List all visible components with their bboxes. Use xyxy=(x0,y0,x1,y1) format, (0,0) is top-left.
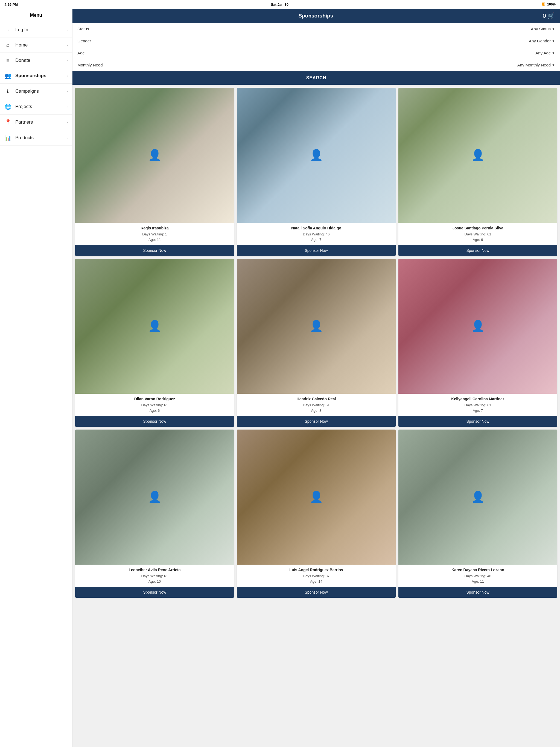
sidebar-label-sponsorships: Sponsorships xyxy=(15,73,62,78)
card-body-1: Regis Irasubiza Days Waiting: 1 Age: 11 xyxy=(75,223,234,242)
chevron-icon-campaigns: › xyxy=(67,89,68,94)
child-name-6: Kellyangeli Carolina Martinez xyxy=(401,396,555,402)
child-days-waiting-7: Days Waiting: 61 xyxy=(78,573,231,579)
child-age-7: Age: 10 xyxy=(78,579,231,584)
card-body-6: Kellyangeli Carolina Martinez Days Waiti… xyxy=(399,394,557,413)
child-name-4: Dilan Varon Rodriguez xyxy=(78,396,231,402)
sponsor-button-7[interactable]: Sponsor Now xyxy=(75,587,234,598)
photo-placeholder-4: 👤 xyxy=(75,259,234,394)
sidebar-item-sponsorships[interactable]: 👥 Sponsorships › xyxy=(0,68,72,84)
sponsor-button-2[interactable]: Sponsor Now xyxy=(237,245,396,256)
sidebar-item-projects[interactable]: 🌐 Projects › xyxy=(0,99,72,114)
photo-placeholder-6: 👤 xyxy=(399,259,557,394)
child-age-4: Age: 6 xyxy=(78,408,231,413)
sponsor-button-1[interactable]: Sponsor Now xyxy=(75,245,234,256)
child-name-1: Regis Irasubiza xyxy=(78,226,231,231)
child-photo-4: 👤 xyxy=(75,259,234,394)
cart-button[interactable]: 0 🛒 xyxy=(543,12,555,19)
sponsor-button-6[interactable]: Sponsor Now xyxy=(399,416,557,427)
login-icon: → xyxy=(4,27,11,33)
photo-placeholder-5: 👤 xyxy=(237,259,396,394)
sidebar-item-donate[interactable]: ≡ Donate › xyxy=(0,53,72,68)
products-icon: 📊 xyxy=(4,134,11,141)
sidebar-label-campaigns: Campaigns xyxy=(15,88,62,94)
filter-status[interactable]: Status Any Status ▼ xyxy=(73,23,560,35)
sidebar-label-partners: Partners xyxy=(15,120,62,125)
cart-icon-symbol: 🛒 xyxy=(547,12,555,19)
child-days-waiting-6: Days Waiting: 61 xyxy=(401,403,555,408)
child-age-5: Age: 8 xyxy=(239,408,393,413)
photo-placeholder-2: 👤 xyxy=(237,88,396,223)
donate-icon: ≡ xyxy=(4,57,11,63)
search-button[interactable]: SEARCH xyxy=(73,71,560,85)
sidebar-label-login: Log In xyxy=(15,27,62,32)
child-days-waiting-8: Days Waiting: 37 xyxy=(239,573,393,579)
sidebar-item-products[interactable]: 📊 Products › xyxy=(0,130,72,146)
sidebar-item-partners[interactable]: 📍 Partners › xyxy=(0,114,72,130)
child-days-waiting-3: Days Waiting: 61 xyxy=(401,232,555,237)
dropdown-arrow-gender: ▼ xyxy=(552,39,555,43)
child-photo-8: 👤 xyxy=(237,430,396,565)
child-photo-3: 👤 xyxy=(399,88,557,223)
child-days-waiting-5: Days Waiting: 61 xyxy=(239,403,393,408)
chevron-icon-partners: › xyxy=(67,120,68,124)
filter-age[interactable]: Age Any Age ▼ xyxy=(73,47,560,59)
child-age-6: Age: 7 xyxy=(401,408,555,413)
children-grid: 👤 Regis Irasubiza Days Waiting: 1 Age: 1… xyxy=(75,88,557,598)
sidebar-label-home: Home xyxy=(15,42,62,48)
chevron-icon-login: › xyxy=(67,28,68,32)
card-body-2: Natali Sofia Angulo Hidalgo Days Waiting… xyxy=(237,223,396,242)
children-grid-area: 👤 Regis Irasubiza Days Waiting: 1 Age: 1… xyxy=(73,85,560,747)
filter-value-gender: Any Gender ▼ xyxy=(529,38,555,43)
child-age-8: Age: 14 xyxy=(239,579,393,584)
child-photo-9: 👤 xyxy=(399,430,557,565)
filter-value-status: Any Status ▼ xyxy=(531,27,555,31)
filter-label-gender: Gender xyxy=(77,38,91,43)
sponsor-button-3[interactable]: Sponsor Now xyxy=(399,245,557,256)
sidebar-item-login[interactable]: → Log In › xyxy=(0,22,72,37)
sponsor-button-9[interactable]: Sponsor Now xyxy=(399,587,557,598)
main-content: Sponsorships 0 🛒 Status Any Status ▼ Gen… xyxy=(73,9,560,747)
filter-value-age: Any Age ▼ xyxy=(535,51,555,55)
sponsorships-icon: 👥 xyxy=(4,73,11,79)
child-age-1: Age: 11 xyxy=(78,237,231,242)
child-age-2: Age: 7 xyxy=(239,237,393,242)
cart-count: 0 xyxy=(543,12,546,19)
chevron-icon-projects: › xyxy=(67,104,68,109)
sidebar-item-campaigns[interactable]: 🌡 Campaigns › xyxy=(0,84,72,99)
child-name-3: Josue Santiago Pernia Silva xyxy=(401,226,555,231)
sidebar: Menu → Log In › ⌂ Home › ≡ Donate › 👥 Sp… xyxy=(0,9,73,747)
child-photo-1: 👤 xyxy=(75,88,234,223)
child-age-3: Age: 6 xyxy=(401,237,555,242)
child-days-waiting-2: Days Waiting: 46 xyxy=(239,232,393,237)
chevron-icon-donate: › xyxy=(67,58,68,62)
filter-monthlyNeed[interactable]: Monthly Need Any Monthly Need ▼ xyxy=(73,59,560,71)
child-card-5: 👤 Hendrix Caicedo Real Days Waiting: 61 … xyxy=(237,259,396,427)
child-age-9: Age: 11 xyxy=(401,579,555,584)
campaigns-icon: 🌡 xyxy=(4,88,11,94)
partners-icon: 📍 xyxy=(4,119,11,126)
sidebar-label-projects: Projects xyxy=(15,104,62,109)
card-body-4: Dilan Varon Rodriguez Days Waiting: 61 A… xyxy=(75,394,234,413)
sidebar-item-home[interactable]: ⌂ Home › xyxy=(0,37,72,53)
chevron-icon-sponsorships: › xyxy=(67,74,68,78)
photo-placeholder-3: 👤 xyxy=(399,88,557,223)
child-photo-2: 👤 xyxy=(237,88,396,223)
photo-placeholder-7: 👤 xyxy=(75,430,234,565)
filters-section: Status Any Status ▼ Gender Any Gender ▼ … xyxy=(73,23,560,85)
child-card-6: 👤 Kellyangeli Carolina Martinez Days Wai… xyxy=(399,259,557,427)
filter-gender[interactable]: Gender Any Gender ▼ xyxy=(73,35,560,47)
sponsor-button-4[interactable]: Sponsor Now xyxy=(75,416,234,427)
projects-icon: 🌐 xyxy=(4,103,11,110)
child-name-7: Leoneiber Avila Rene Arrieta xyxy=(78,567,231,572)
child-card-8: 👤 Luis Angel Rodriguez Barrios Days Wait… xyxy=(237,430,396,598)
card-body-5: Hendrix Caicedo Real Days Waiting: 61 Ag… xyxy=(237,394,396,413)
sponsor-button-8[interactable]: Sponsor Now xyxy=(237,587,396,598)
child-days-waiting-4: Days Waiting: 61 xyxy=(78,403,231,408)
sponsor-button-5[interactable]: Sponsor Now xyxy=(237,416,396,427)
sidebar-header: Menu xyxy=(0,9,72,22)
chevron-icon-products: › xyxy=(67,136,68,140)
photo-placeholder-9: 👤 xyxy=(399,430,557,565)
child-card-2: 👤 Natali Sofia Angulo Hidalgo Days Waiti… xyxy=(237,88,396,256)
photo-placeholder-8: 👤 xyxy=(237,430,396,565)
